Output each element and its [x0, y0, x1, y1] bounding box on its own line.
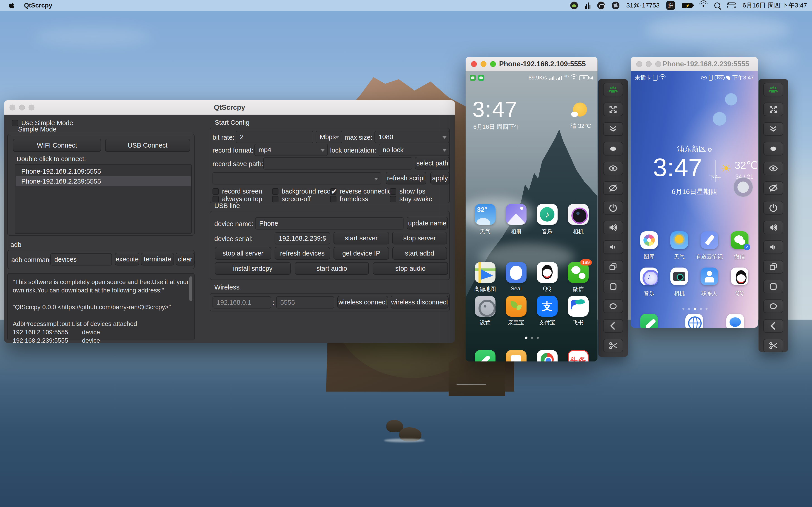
screen-on-button[interactable]: [763, 162, 783, 175]
update-name-button[interactable]: update name: [407, 217, 448, 229]
dock-browser[interactable]: [686, 314, 703, 328]
stop-all-server-button[interactable]: stop all server: [215, 247, 271, 260]
scrollbar-thumb[interactable]: [189, 276, 192, 301]
wireless-disconnect-button[interactable]: wireless disconnect: [391, 296, 449, 308]
dock-phone[interactable]: [475, 350, 496, 361]
volume-up-button[interactable]: [763, 221, 783, 234]
screen-off-checkbox[interactable]: screen-off: [272, 195, 311, 203]
full-screen-button[interactable]: [603, 103, 623, 116]
adb-command-input[interactable]: devices: [50, 253, 112, 266]
lock-orientation-select[interactable]: no lock: [378, 144, 450, 156]
app-amap[interactable]: [475, 262, 496, 283]
refresh-script-button[interactable]: refresh script: [386, 172, 426, 184]
always-on-top-checkbox[interactable]: always on top: [212, 195, 262, 203]
dock-phone2[interactable]: [640, 314, 658, 328]
expand-notification-button[interactable]: [603, 122, 623, 136]
background-record-checkbox[interactable]: background record: [272, 188, 337, 195]
adb-log-output[interactable]: "This software is completely open source…: [7, 273, 195, 340]
record-save-path-input[interactable]: [263, 157, 412, 170]
screen-on-button[interactable]: [603, 162, 623, 175]
app-contacts[interactable]: [701, 268, 718, 285]
zoom-button[interactable]: [655, 61, 661, 67]
start-adbd-button[interactable]: start adbd: [392, 247, 447, 260]
wireless-port-input[interactable]: 5555: [276, 296, 334, 308]
stay-awake-checkbox[interactable]: stay awake: [390, 195, 432, 203]
dock-toutiao[interactable]: 头条: [568, 350, 589, 361]
wireless-ip-input[interactable]: 192.168.0.1: [212, 296, 271, 308]
clear-button[interactable]: clear: [175, 253, 195, 266]
minimize-button[interactable]: [480, 61, 487, 67]
input-method-icon[interactable]: 拼: [666, 1, 675, 10]
dock-chrome[interactable]: Beta: [537, 350, 558, 361]
group-control-button[interactable]: [603, 83, 623, 97]
wireless-connect-button[interactable]: wireless connect: [337, 296, 388, 308]
apple-menu-icon[interactable]: [9, 2, 15, 9]
screenshot-button[interactable]: [603, 339, 623, 352]
volume-down-button[interactable]: [603, 240, 623, 254]
back-button[interactable]: [763, 319, 783, 333]
checkbox-box[interactable]: [12, 120, 18, 126]
app-switch-button[interactable]: [603, 260, 623, 274]
close-button[interactable]: [471, 61, 477, 67]
app-gallery2[interactable]: [640, 231, 658, 249]
istat-bars-icon[interactable]: [585, 2, 591, 9]
usb-connect-button[interactable]: USB Connect: [105, 139, 190, 152]
refresh-devices-button[interactable]: refresh devices: [274, 247, 330, 260]
power-button[interactable]: [763, 201, 783, 215]
control-center-icon[interactable]: [727, 2, 735, 8]
app-weather[interactable]: 32°: [475, 204, 496, 225]
app-gallery[interactable]: [506, 204, 526, 225]
bit-rate-input[interactable]: 2: [236, 131, 313, 143]
headset-menu-icon[interactable]: [597, 2, 605, 9]
app-weather2[interactable]: [670, 231, 688, 249]
dock-messages2[interactable]: [726, 314, 744, 328]
expand-notification-button[interactable]: [763, 122, 783, 136]
script-select[interactable]: [212, 172, 381, 184]
group-control-button[interactable]: [763, 83, 783, 97]
menubar-datetime[interactable]: 6月16日 周四 下午3:47: [743, 1, 807, 10]
menubar-stat-text[interactable]: 31@·17753: [626, 2, 660, 9]
android-status-icon[interactable]: [570, 2, 578, 9]
select-path-button[interactable]: select path: [415, 157, 450, 170]
install-sndcpy-button[interactable]: install sndcpy: [215, 262, 291, 275]
menu-button[interactable]: [603, 299, 623, 313]
device-name-input[interactable]: Phone: [255, 217, 404, 229]
app-qq2[interactable]: [731, 268, 748, 285]
back-button[interactable]: [603, 319, 623, 333]
app-feishu[interactable]: [568, 296, 589, 317]
app-wechat2[interactable]: ✓: [731, 231, 748, 249]
full-screen-button[interactable]: [763, 103, 783, 116]
app-qinbaobao[interactable]: [506, 296, 526, 317]
wifi-connect-button[interactable]: WIFI Connect: [13, 139, 101, 152]
device-list-item[interactable]: Phone-192.168.2.109:5555: [16, 166, 191, 176]
touch-button[interactable]: [763, 142, 783, 156]
record-screen-checkbox[interactable]: record screen: [212, 188, 262, 195]
apply-button[interactable]: apply: [430, 172, 450, 184]
home-button[interactable]: [763, 280, 783, 293]
app-seal[interactable]: [506, 262, 526, 283]
screen-off-button[interactable]: [603, 181, 623, 195]
reverse-connection-checkbox[interactable]: reverse connection: [330, 188, 395, 195]
screen-off-button[interactable]: [763, 181, 783, 195]
app-switch-button[interactable]: [763, 260, 783, 274]
terminate-button[interactable]: terminate: [141, 253, 174, 266]
stop-audio-button[interactable]: stop audio: [373, 262, 448, 275]
start-server-button[interactable]: start server: [334, 232, 389, 244]
battery-icon[interactable]: ⚡: [682, 3, 693, 8]
get-device-ip-button[interactable]: get device IP: [334, 247, 389, 260]
wifi-icon[interactable]: [699, 2, 708, 9]
app-qq[interactable]: [537, 262, 558, 283]
phone2-screen[interactable]: 未插卡 100 下午3:47 浦东新区 3:47 下午 ☀ 32℃ 34 / 2…: [631, 71, 758, 328]
phone1-window-controls[interactable]: [471, 61, 496, 67]
frameless-checkbox[interactable]: frameless: [330, 195, 368, 203]
max-size-select[interactable]: 1080: [374, 131, 450, 143]
show-fps-checkbox[interactable]: show fps: [390, 188, 425, 195]
app-music2[interactable]: ♪: [640, 268, 658, 285]
execute-button[interactable]: execute: [115, 253, 139, 266]
bit-rate-unit-select[interactable]: Mbps: [316, 131, 342, 143]
app-settings[interactable]: [475, 296, 496, 317]
app-camera2[interactable]: [670, 268, 688, 285]
start-audio-button[interactable]: start audio: [295, 262, 369, 275]
dock-messages[interactable]: [506, 350, 526, 361]
phone1-screen[interactable]: 89.9K/s HD 5 3:47 6月16日 周四下午 晴 32°C 32° …: [466, 71, 598, 361]
